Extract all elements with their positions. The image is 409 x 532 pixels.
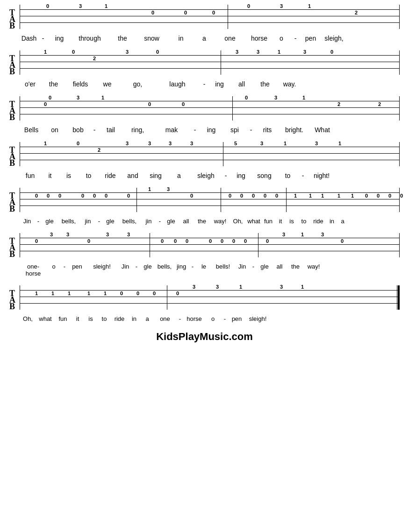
lyric: Jin: [20, 218, 35, 225]
staff-lines-7: 1 1 1 1 1 0 0 0 0 3 3 1 3 1: [20, 285, 400, 310]
lyric: Bells: [20, 126, 43, 134]
note: 0: [58, 193, 61, 199]
lyric: ing: [48, 35, 71, 42]
section-5: T A B 0 0 0 0 0: [9, 188, 400, 225]
note: 1: [294, 193, 297, 199]
note: 3: [280, 4, 283, 9]
lyric: on: [43, 126, 66, 134]
note: 0: [35, 239, 38, 244]
note: 1: [44, 141, 47, 146]
note: 0: [176, 291, 179, 296]
lyric: way!: [304, 263, 323, 277]
lyric: all: [272, 263, 287, 277]
lyric: Jin: [235, 263, 250, 277]
tab-staff-6: T A B 0 3 3 0 3 3: [9, 233, 400, 261]
lyric: a: [167, 172, 191, 179]
lyric: sleigh: [191, 172, 221, 179]
note: 3: [274, 95, 277, 100]
note: 3: [321, 232, 324, 237]
lyric: -: [298, 172, 308, 179]
note: 1: [148, 187, 151, 192]
lyric: -: [246, 126, 256, 134]
lyric: Oh,: [20, 315, 36, 322]
lyric: the: [253, 80, 277, 88]
note: 0: [232, 239, 235, 244]
lyric: a: [337, 218, 348, 225]
lyric: bright.: [279, 126, 309, 134]
lyric: Oh,: [230, 218, 246, 225]
lyric: is: [59, 172, 78, 179]
lyric: -: [221, 172, 230, 179]
note: 0: [212, 10, 215, 15]
note: 1: [337, 193, 340, 199]
note: 0: [136, 291, 139, 296]
note: 0: [245, 95, 248, 100]
lyric: -: [250, 263, 257, 277]
lyrics-5: Jin - gle bells, jin - gle bells, jin - …: [9, 218, 400, 225]
tab-staff-3: T A B 0 0 3 1 0 0 0: [9, 96, 400, 124]
note: 3: [106, 232, 109, 237]
lyric: horse: [246, 35, 272, 42]
lyrics-3: Bells on bob - tail ring, mak - ing spi …: [9, 126, 400, 134]
lyric: what: [36, 315, 55, 322]
tab-staff-1: T A B 0 3: [9, 5, 400, 33]
lyric: spi: [223, 126, 246, 134]
note: 0: [266, 239, 269, 244]
note: 3: [50, 232, 53, 237]
lyric: ing: [230, 172, 251, 179]
lyric: bells,: [57, 218, 80, 225]
note: 0: [93, 193, 96, 199]
lyric: o: [272, 35, 291, 42]
lyric: o'er: [20, 80, 41, 88]
lyric: we: [94, 80, 120, 88]
note: 0: [240, 193, 243, 199]
note: 0: [49, 95, 51, 100]
tab-b-6: B: [9, 250, 18, 258]
note: 3: [280, 284, 283, 290]
lyric: it: [275, 218, 286, 225]
note: 1: [301, 284, 304, 290]
lyric: the: [108, 35, 136, 42]
lyric: mak: [153, 126, 190, 134]
lyric: gle: [140, 263, 155, 277]
note: 3: [260, 141, 263, 146]
staff-lines-2: 1 0 2 3 0 3 3 1 3 0: [20, 50, 400, 75]
note: 1: [101, 95, 104, 100]
note: 1: [351, 193, 354, 199]
lyric: go,: [120, 80, 155, 88]
note: 0: [105, 193, 108, 199]
tab-b-4: B: [9, 159, 18, 167]
lyric: -: [176, 315, 184, 322]
lyric: one: [214, 35, 246, 42]
staff-lines-5: 0 0 0 0 0 0 0 1 3 0 0 0 0 0 0 1: [20, 188, 400, 212]
lyric: in: [326, 218, 337, 225]
lyric: one: [154, 315, 176, 322]
lyric: Dash: [20, 35, 38, 42]
lyric: rits: [256, 126, 279, 134]
lyric: le: [196, 263, 211, 277]
lyrics-6: one-horse o - pen sleigh! Jin - gle bell…: [9, 263, 400, 277]
note: 3: [77, 95, 79, 100]
note: 3: [79, 4, 82, 9]
lyric: ring,: [122, 126, 153, 134]
lyric: gle: [164, 218, 179, 225]
tab-b-1: B: [9, 21, 18, 30]
lyric: -: [61, 263, 68, 277]
note: 0: [229, 193, 231, 199]
section-2: T A B 1 0 2 3 0 3 3: [9, 50, 400, 88]
note: 0: [190, 193, 193, 199]
note: 1: [278, 50, 280, 55]
note: 1: [308, 4, 311, 9]
lyric: way.: [277, 80, 302, 88]
note: 0: [47, 193, 50, 199]
section-4: T A B 1 0 2 3 3 3 3 5: [9, 142, 400, 179]
lyric: o: [205, 315, 221, 322]
lyric: one-horse: [20, 263, 47, 277]
lyric: what: [246, 218, 262, 225]
tab-staff-5: T A B 0 0 0 0 0: [9, 188, 400, 216]
lyric: -: [133, 263, 140, 277]
note: 1: [104, 291, 107, 296]
lyric: bells,: [155, 263, 174, 277]
tab-staff-7: T A B 1 1 1 1 1: [9, 285, 400, 313]
note: 0: [275, 193, 278, 199]
